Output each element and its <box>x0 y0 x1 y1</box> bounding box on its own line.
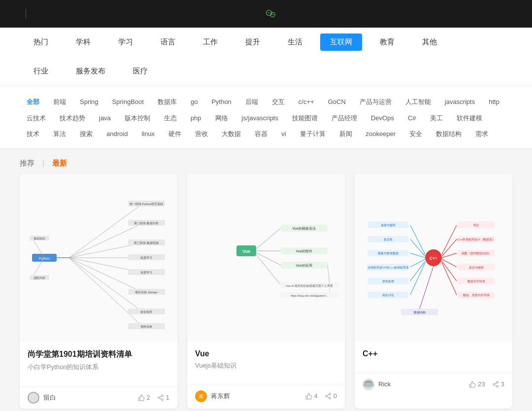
tag-数据结构[interactable]: 数据结构 <box>429 126 468 142</box>
sort-latest[interactable]: 最新 <box>52 159 67 168</box>
nav-item-工作[interactable]: 工作 <box>189 28 232 57</box>
tag-java[interactable]: java <box>92 110 118 127</box>
svg-text:第三阶段-数据挖掘: 第三阶段-数据挖掘 <box>134 241 159 244</box>
nav-item-提升[interactable]: 提升 <box>232 28 274 57</box>
nav-item-其他[interactable]: 其他 <box>408 28 451 57</box>
card-image-card2: Vue Vue的模板语法 Vue的组件 Vue的应用 Vue-cli 相关知识如… <box>187 174 345 342</box>
svg-text:资料清单: 资料清单 <box>140 325 152 328</box>
logo-divider <box>26 9 26 19</box>
tag-新闻[interactable]: 新闻 <box>332 126 359 142</box>
tag-http[interactable]: http <box>482 94 506 110</box>
svg-text:Vue的模板语法: Vue的模板语法 <box>292 227 315 230</box>
tag-GoCN[interactable]: GoCN <box>321 94 353 110</box>
svg-text:模板与群体数据: 模板与群体数据 <box>378 251 399 255</box>
stat-likes-card3[interactable]: 23 <box>469 380 485 388</box>
nav-item-学习[interactable]: 学习 <box>104 28 147 57</box>
svg-text:Vue的应用: Vue的应用 <box>296 264 312 267</box>
tag-版本控制[interactable]: 版本控制 <box>118 110 157 127</box>
tag-技术趋势[interactable]: 技术趋势 <box>53 110 92 127</box>
svg-line-77 <box>442 262 457 295</box>
svg-point-42 <box>162 399 164 401</box>
svg-line-60 <box>328 265 330 295</box>
mindmap-card2: Vue Vue的模板语法 Vue的组件 Vue的应用 Vue-cli 相关知识如… <box>187 174 345 342</box>
nav-item-热门[interactable]: 热门 <box>20 28 62 57</box>
stat-likes-card2[interactable]: 4 <box>305 392 318 400</box>
tag-Python[interactable]: Python <box>204 94 238 110</box>
card-body-card3: C++ <box>355 342 512 373</box>
tag-大数据[interactable]: 大数据 <box>215 126 248 142</box>
svg-point-115 <box>497 385 499 387</box>
tag-linux[interactable]: linux <box>134 126 162 142</box>
svg-point-66 <box>326 395 328 397</box>
header <box>0 0 532 28</box>
tag-安全[interactable]: 安全 <box>402 126 429 142</box>
tag-php[interactable]: php <box>184 110 208 127</box>
tag-DevOps[interactable]: DevOps <box>364 110 401 127</box>
nav-item-医疗[interactable]: 医疗 <box>119 57 162 86</box>
stat-shares-card2[interactable]: 0 <box>325 392 337 400</box>
svg-text:数据与字符串: 数据与字符串 <box>467 279 485 283</box>
svg-text:深度学习: 深度学习 <box>140 271 152 274</box>
tag-zookeeper[interactable]: zookeeper <box>359 126 403 142</box>
tag-交互[interactable]: 交互 <box>265 94 292 110</box>
nav-item-服务发布[interactable]: 服务发布 <box>62 57 119 86</box>
card-card2[interactable]: Vue Vue的模板语法 Vue的组件 Vue的应用 Vue-cli 相关知识如… <box>187 174 345 409</box>
nav-item-教育[interactable]: 教育 <box>366 28 408 57</box>
tag-需求[interactable]: 需求 <box>468 126 495 142</box>
nav-item-行业[interactable]: 行业 <box>20 57 62 86</box>
svg-point-40 <box>162 395 164 397</box>
tag-搜索[interactable]: 搜索 <box>73 126 100 142</box>
tag-营收[interactable]: 营收 <box>188 126 215 142</box>
tag-人工智能[interactable]: 人工智能 <box>399 94 438 110</box>
tag-容器[interactable]: 容器 <box>248 126 274 142</box>
card-body-card2: Vue Vuejs基础知识 <box>187 342 345 385</box>
tag-算法[interactable]: 算法 <box>46 126 73 142</box>
card-author-card2: 蒋 蒋东辉 <box>195 390 230 402</box>
stat-shares-card3[interactable]: 3 <box>492 380 504 388</box>
tag-vi[interactable]: vi <box>274 126 293 142</box>
nav-row-1: 热门学科学习语言工作提升生活互联网教育其他 <box>20 28 512 57</box>
tag-软件建模[interactable]: 软件建模 <box>450 110 489 127</box>
card-stats-card2: 4 0 <box>305 392 337 400</box>
tag-js/javascripts[interactable]: js/javascripts <box>235 110 285 127</box>
card-card1[interactable]: Python 第一阶段-Python语言基础 第二阶段-数据分析 第三阶段-数据… <box>20 174 177 409</box>
svg-text:就业指导: 就业指导 <box>140 310 152 313</box>
tag-产品经理[interactable]: 产品经理 <box>325 110 364 127</box>
svg-text:项目实战-Django: 项目实战-Django <box>135 290 158 294</box>
tag-量子计算[interactable]: 量子计算 <box>293 126 332 142</box>
tag-数据库[interactable]: 数据库 <box>151 94 184 110</box>
tag-后端[interactable]: 后端 <box>238 94 265 110</box>
tag-全部[interactable]: 全部 <box>20 94 46 110</box>
card-image-card3: C++ 简介 C++常用程序设计（数据库） 函数（按功能划分的） 多态与继承 数… <box>355 174 512 342</box>
nav-item-互联网[interactable]: 互联网 <box>320 34 362 51</box>
tag-美工[interactable]: 美工 <box>423 110 450 127</box>
svg-text:简介: 简介 <box>473 223 479 227</box>
tag-云技术[interactable]: 云技术 <box>20 110 53 127</box>
svg-text:C++: C++ <box>430 256 437 261</box>
nav-item-生活[interactable]: 生活 <box>274 28 316 57</box>
tag-生态[interactable]: 生态 <box>157 110 184 127</box>
nav-item-语言[interactable]: 语言 <box>147 28 189 57</box>
tag-javascripts[interactable]: javascripts <box>438 94 482 110</box>
stat-likes-card1[interactable]: 2 <box>138 394 150 401</box>
tag-c/c++[interactable]: c/c++ <box>292 94 321 110</box>
tag-产品与运营[interactable]: 产品与运营 <box>353 94 399 110</box>
tag-硬件[interactable]: 硬件 <box>162 126 188 142</box>
tag-Spring[interactable]: Spring <box>73 94 105 110</box>
tag-网络[interactable]: 网络 <box>208 110 235 127</box>
sort-recommend[interactable]: 推荐 <box>20 159 34 168</box>
tag-C#[interactable]: C# <box>401 110 423 127</box>
tag-SpringBoot[interactable]: SpringBoot <box>105 94 151 110</box>
tag-技术[interactable]: 技术 <box>20 126 46 142</box>
tag-android[interactable]: android <box>100 126 134 142</box>
tag-前端[interactable]: 前端 <box>46 94 73 110</box>
tag-go[interactable]: go <box>184 94 204 110</box>
card-stats-card1: 2 1 <box>138 394 169 401</box>
card-image-card1: Python 第一阶段-Python语言基础 第二阶段-数据分析 第三阶段-数据… <box>20 174 177 342</box>
stat-shares-card1[interactable]: 1 <box>157 394 169 401</box>
svg-text:进阶内容: 进阶内容 <box>33 276 45 279</box>
nav-item-学科[interactable]: 学科 <box>62 28 104 57</box>
wechat-login[interactable] <box>265 8 280 19</box>
card-card3[interactable]: C++ 简介 C++常用程序设计（数据库） 函数（按功能划分的） 多态与继承 数… <box>355 174 512 409</box>
tag-技能图谱[interactable]: 技能图谱 <box>285 110 325 127</box>
